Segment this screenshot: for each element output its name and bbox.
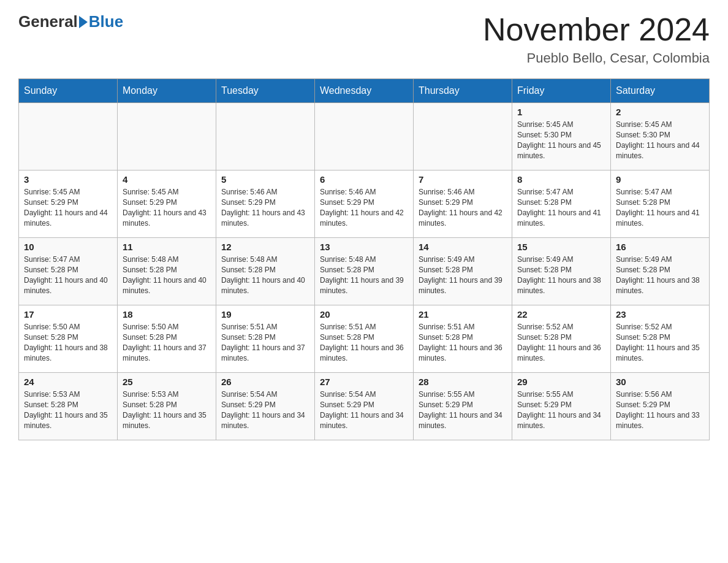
day-number: 2 [616,107,704,117]
logo-blue-text: Blue [89,12,123,31]
day-number: 23 [616,309,704,320]
day-info: Sunrise: 5:48 AM Sunset: 5:28 PM Dayligh… [123,255,211,296]
logo-arrow-icon [79,16,88,28]
calendar-week-2: 3Sunrise: 5:45 AM Sunset: 5:29 PM Daylig… [19,170,710,238]
calendar-day: 4Sunrise: 5:45 AM Sunset: 5:29 PM Daylig… [118,170,216,238]
col-tuesday: Tuesday [216,79,315,103]
day-info: Sunrise: 5:51 AM Sunset: 5:28 PM Dayligh… [419,322,507,363]
calendar-day: 16Sunrise: 5:49 AM Sunset: 5:28 PM Dayli… [611,238,710,305]
calendar-day: 30Sunrise: 5:56 AM Sunset: 5:29 PM Dayli… [611,373,710,440]
day-number: 25 [123,377,211,387]
title-area: November 2024 Pueblo Bello, Cesar, Colom… [483,12,710,66]
day-number: 11 [123,242,211,252]
calendar-day: 14Sunrise: 5:49 AM Sunset: 5:28 PM Dayli… [414,238,512,305]
day-info: Sunrise: 5:55 AM Sunset: 5:29 PM Dayligh… [517,389,605,431]
day-number: 6 [320,174,408,185]
calendar-week-5: 24Sunrise: 5:53 AM Sunset: 5:28 PM Dayli… [19,373,710,440]
calendar-day: 11Sunrise: 5:48 AM Sunset: 5:28 PM Dayli… [118,238,216,305]
day-info: Sunrise: 5:46 AM Sunset: 5:29 PM Dayligh… [419,187,507,228]
day-number: 17 [24,309,112,320]
calendar-day: 1Sunrise: 5:45 AM Sunset: 5:30 PM Daylig… [512,103,611,170]
calendar-day: 19Sunrise: 5:51 AM Sunset: 5:28 PM Dayli… [216,305,315,373]
day-number: 30 [616,377,704,387]
calendar-day [315,103,414,170]
calendar-day: 2Sunrise: 5:45 AM Sunset: 5:30 PM Daylig… [611,103,710,170]
day-number: 14 [419,242,507,252]
logo-general-text: General [18,12,78,31]
calendar-day: 7Sunrise: 5:46 AM Sunset: 5:29 PM Daylig… [414,170,512,238]
day-info: Sunrise: 5:47 AM Sunset: 5:28 PM Dayligh… [616,187,704,228]
day-info: Sunrise: 5:52 AM Sunset: 5:28 PM Dayligh… [616,322,704,363]
calendar-week-1: 1Sunrise: 5:45 AM Sunset: 5:30 PM Daylig… [19,103,710,170]
col-sunday: Sunday [19,79,118,103]
day-number: 18 [123,309,211,320]
day-info: Sunrise: 5:48 AM Sunset: 5:28 PM Dayligh… [320,255,408,296]
day-info: Sunrise: 5:45 AM Sunset: 5:30 PM Dayligh… [517,120,605,161]
day-number: 13 [320,242,408,252]
day-info: Sunrise: 5:47 AM Sunset: 5:28 PM Dayligh… [24,255,112,296]
day-info: Sunrise: 5:50 AM Sunset: 5:28 PM Dayligh… [123,322,211,363]
day-number: 20 [320,309,408,320]
day-info: Sunrise: 5:49 AM Sunset: 5:28 PM Dayligh… [616,255,704,296]
calendar-day: 24Sunrise: 5:53 AM Sunset: 5:28 PM Dayli… [19,373,118,440]
day-info: Sunrise: 5:49 AM Sunset: 5:28 PM Dayligh… [419,255,507,296]
location-subtitle: Pueblo Bello, Cesar, Colombia [483,50,710,66]
day-number: 5 [221,174,309,185]
calendar-day [414,103,512,170]
day-info: Sunrise: 5:51 AM Sunset: 5:28 PM Dayligh… [221,322,309,363]
col-monday: Monday [118,79,216,103]
calendar-table: Sunday Monday Tuesday Wednesday Thursday… [18,79,710,440]
calendar-day: 22Sunrise: 5:52 AM Sunset: 5:28 PM Dayli… [512,305,611,373]
day-number: 21 [419,309,507,320]
calendar-day: 28Sunrise: 5:55 AM Sunset: 5:29 PM Dayli… [414,373,512,440]
day-info: Sunrise: 5:50 AM Sunset: 5:28 PM Dayligh… [24,322,112,363]
day-number: 1 [517,107,605,117]
day-number: 4 [123,174,211,185]
calendar-day: 25Sunrise: 5:53 AM Sunset: 5:28 PM Dayli… [118,373,216,440]
day-info: Sunrise: 5:46 AM Sunset: 5:29 PM Dayligh… [221,187,309,228]
calendar-day: 20Sunrise: 5:51 AM Sunset: 5:28 PM Dayli… [315,305,414,373]
calendar-day: 3Sunrise: 5:45 AM Sunset: 5:29 PM Daylig… [19,170,118,238]
calendar-day: 15Sunrise: 5:49 AM Sunset: 5:28 PM Dayli… [512,238,611,305]
calendar-day: 5Sunrise: 5:46 AM Sunset: 5:29 PM Daylig… [216,170,315,238]
day-number: 7 [419,174,507,185]
day-info: Sunrise: 5:56 AM Sunset: 5:29 PM Dayligh… [616,389,704,431]
calendar-day: 12Sunrise: 5:48 AM Sunset: 5:28 PM Dayli… [216,238,315,305]
col-wednesday: Wednesday [315,79,414,103]
day-number: 24 [24,377,112,387]
calendar-week-3: 10Sunrise: 5:47 AM Sunset: 5:28 PM Dayli… [19,238,710,305]
day-number: 22 [517,309,605,320]
day-number: 9 [616,174,704,185]
calendar-day: 17Sunrise: 5:50 AM Sunset: 5:28 PM Dayli… [19,305,118,373]
day-number: 19 [221,309,309,320]
calendar-day [216,103,315,170]
col-saturday: Saturday [611,79,710,103]
day-info: Sunrise: 5:47 AM Sunset: 5:28 PM Dayligh… [517,187,605,228]
day-info: Sunrise: 5:52 AM Sunset: 5:28 PM Dayligh… [517,322,605,363]
day-info: Sunrise: 5:51 AM Sunset: 5:28 PM Dayligh… [320,322,408,363]
day-number: 28 [419,377,507,387]
day-info: Sunrise: 5:49 AM Sunset: 5:28 PM Dayligh… [517,255,605,296]
calendar-day: 27Sunrise: 5:54 AM Sunset: 5:29 PM Dayli… [315,373,414,440]
day-info: Sunrise: 5:53 AM Sunset: 5:28 PM Dayligh… [123,389,211,431]
calendar-day [19,103,118,170]
calendar-day: 6Sunrise: 5:46 AM Sunset: 5:29 PM Daylig… [315,170,414,238]
day-number: 3 [24,174,112,185]
day-info: Sunrise: 5:45 AM Sunset: 5:30 PM Dayligh… [616,120,704,161]
calendar-day: 9Sunrise: 5:47 AM Sunset: 5:28 PM Daylig… [611,170,710,238]
day-info: Sunrise: 5:54 AM Sunset: 5:29 PM Dayligh… [320,389,408,431]
calendar-day [118,103,216,170]
day-info: Sunrise: 5:45 AM Sunset: 5:29 PM Dayligh… [24,187,112,228]
logo: General Blue [18,12,123,31]
day-number: 15 [517,242,605,252]
page-header: General Blue November 2024 Pueblo Bello,… [18,12,710,66]
day-number: 29 [517,377,605,387]
calendar-day: 29Sunrise: 5:55 AM Sunset: 5:29 PM Dayli… [512,373,611,440]
day-info: Sunrise: 5:46 AM Sunset: 5:29 PM Dayligh… [320,187,408,228]
day-number: 16 [616,242,704,252]
calendar-day: 21Sunrise: 5:51 AM Sunset: 5:28 PM Dayli… [414,305,512,373]
calendar-day: 8Sunrise: 5:47 AM Sunset: 5:28 PM Daylig… [512,170,611,238]
day-info: Sunrise: 5:53 AM Sunset: 5:28 PM Dayligh… [24,389,112,431]
day-number: 26 [221,377,309,387]
day-number: 8 [517,174,605,185]
